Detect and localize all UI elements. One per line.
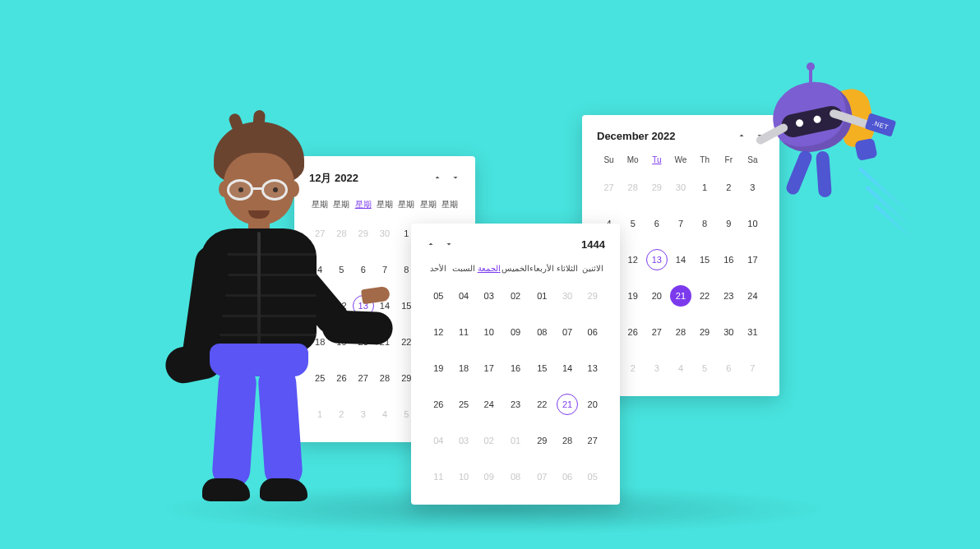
- calendar-day[interactable]: 1: [693, 169, 717, 205]
- month-title[interactable]: December 2022: [597, 130, 675, 142]
- calendar-day[interactable]: 14: [668, 242, 692, 278]
- calendar-day[interactable]: 11: [451, 314, 477, 350]
- calendar-day[interactable]: 27: [645, 314, 668, 350]
- calendar-day[interactable]: 24: [476, 386, 502, 422]
- weekday-header: Tu: [645, 150, 668, 169]
- calendar-day[interactable]: 26: [426, 386, 451, 422]
- prev-month-icon[interactable]: [426, 239, 436, 251]
- character-illustration: [156, 122, 370, 504]
- calendar-grid: الاثنينالثلاثاءالأربعاءالخميسالجمعةالسبت…: [426, 259, 605, 495]
- calendar-day[interactable]: 30: [717, 314, 741, 350]
- weekday-header: الأربعاء: [529, 259, 555, 278]
- calendar-day[interactable]: 10: [451, 459, 477, 495]
- calendar-day[interactable]: 30: [555, 278, 580, 314]
- weekday-header: Mo: [621, 150, 645, 169]
- calendar-day[interactable]: 7: [741, 350, 765, 386]
- weekday-header: السبت: [451, 259, 477, 278]
- calendar-day[interactable]: 16: [717, 242, 741, 278]
- calendar-day[interactable]: 6: [717, 350, 741, 386]
- calendar-day[interactable]: 22: [693, 278, 717, 314]
- calendar-day[interactable]: 5: [693, 350, 717, 386]
- calendar-day[interactable]: 10: [476, 314, 502, 350]
- calendar-day[interactable]: 20: [580, 386, 605, 422]
- calendar-day[interactable]: 12: [621, 242, 645, 278]
- calendar-day[interactable]: 7: [668, 205, 692, 242]
- calendar-day[interactable]: 07: [555, 314, 580, 350]
- calendar-day[interactable]: 17: [476, 350, 502, 386]
- calendar-day[interactable]: 29: [645, 169, 668, 205]
- calendar-day[interactable]: 8: [693, 205, 717, 242]
- calendar-day[interactable]: 11: [426, 459, 451, 495]
- calendar-day[interactable]: 2: [717, 169, 741, 205]
- calendar-day[interactable]: 04: [451, 278, 477, 314]
- calendar-day[interactable]: 02: [502, 278, 529, 314]
- calendar-day[interactable]: 22: [529, 386, 555, 422]
- calendar-day[interactable]: 14: [555, 350, 580, 386]
- calendar-day[interactable]: 30: [668, 169, 692, 205]
- calendar-day[interactable]: 28: [621, 169, 645, 205]
- calendar-day[interactable]: 19: [426, 350, 451, 386]
- prev-month-icon[interactable]: [432, 173, 442, 184]
- weekday-header: الاثنين: [580, 259, 605, 278]
- calendar-day[interactable]: 20: [645, 278, 668, 314]
- calendar-day[interactable]: 01: [502, 422, 529, 459]
- calendar-day[interactable]: 15: [693, 242, 717, 278]
- weekday-header: الخميس: [502, 259, 529, 278]
- calendar-day[interactable]: 21: [668, 278, 692, 314]
- calendar-day[interactable]: 21: [555, 386, 580, 422]
- calendar-day[interactable]: 31: [741, 314, 765, 350]
- calendar-day[interactable]: 08: [529, 314, 555, 350]
- calendar-day[interactable]: 13: [580, 350, 605, 386]
- calendar-day[interactable]: 27: [580, 422, 605, 459]
- calendar-day[interactable]: 06: [580, 314, 605, 350]
- calendar-day[interactable]: 01: [529, 278, 555, 314]
- calendar-day[interactable]: 23: [502, 386, 529, 422]
- weekday-header: Fr: [717, 150, 741, 169]
- weekday-header: 星期: [439, 194, 460, 215]
- calendar-day[interactable]: 30: [374, 215, 395, 251]
- calendar-day[interactable]: 13: [645, 242, 668, 278]
- calendar-day[interactable]: 7: [374, 251, 395, 288]
- calendar-day[interactable]: 05: [426, 278, 451, 314]
- calendar-day[interactable]: 4: [668, 350, 692, 386]
- robot-mascot: .NET: [740, 59, 921, 240]
- calendar-day[interactable]: 04: [426, 422, 451, 459]
- calendar-day[interactable]: 07: [529, 459, 555, 495]
- calendar-day[interactable]: 18: [451, 350, 477, 386]
- calendar-day[interactable]: 25: [451, 386, 477, 422]
- calendar-day[interactable]: 19: [621, 278, 645, 314]
- calendar-day[interactable]: 23: [717, 278, 741, 314]
- calendar-day[interactable]: 29: [529, 422, 555, 459]
- calendar-day[interactable]: 09: [476, 459, 502, 495]
- next-month-icon[interactable]: [451, 173, 460, 184]
- calendar-day[interactable]: 4: [374, 396, 395, 432]
- calendar-day[interactable]: 28: [668, 314, 692, 350]
- calendar-day[interactable]: 3: [645, 350, 668, 386]
- calendar-day[interactable]: 03: [476, 278, 502, 314]
- calendar-day[interactable]: 15: [529, 350, 555, 386]
- calendar-day[interactable]: 12: [426, 314, 451, 350]
- calendar-day[interactable]: 27: [597, 169, 621, 205]
- calendar-day[interactable]: 28: [374, 360, 395, 396]
- calendar-day[interactable]: 28: [555, 422, 580, 459]
- calendar-day[interactable]: 5: [621, 205, 645, 242]
- month-title[interactable]: 1444: [581, 238, 605, 251]
- calendar-day[interactable]: 29: [693, 314, 717, 350]
- calendar-day[interactable]: 06: [555, 459, 580, 495]
- calendar-day[interactable]: 02: [476, 422, 502, 459]
- calendar-day[interactable]: 16: [502, 350, 529, 386]
- calendar-day[interactable]: 17: [741, 242, 765, 278]
- weekday-header: 星期: [374, 194, 395, 215]
- next-month-icon[interactable]: [444, 239, 454, 251]
- calendar-day[interactable]: 05: [580, 459, 605, 495]
- calendar-day[interactable]: 24: [741, 278, 765, 314]
- calendar-day[interactable]: 6: [645, 205, 668, 242]
- calendar-day[interactable]: 03: [451, 422, 477, 459]
- calendar-day[interactable]: 09: [502, 314, 529, 350]
- calendar-day[interactable]: 29: [580, 278, 605, 314]
- calendar-day[interactable]: 2: [621, 350, 645, 386]
- calendar-day[interactable]: 9: [717, 205, 741, 242]
- calendar-day[interactable]: 26: [621, 314, 645, 350]
- calendar-day[interactable]: 08: [502, 459, 529, 495]
- calendar-arabic: 1444 الاثنينالثلاثاءالأربعاءالخميسالجمعة…: [411, 224, 620, 505]
